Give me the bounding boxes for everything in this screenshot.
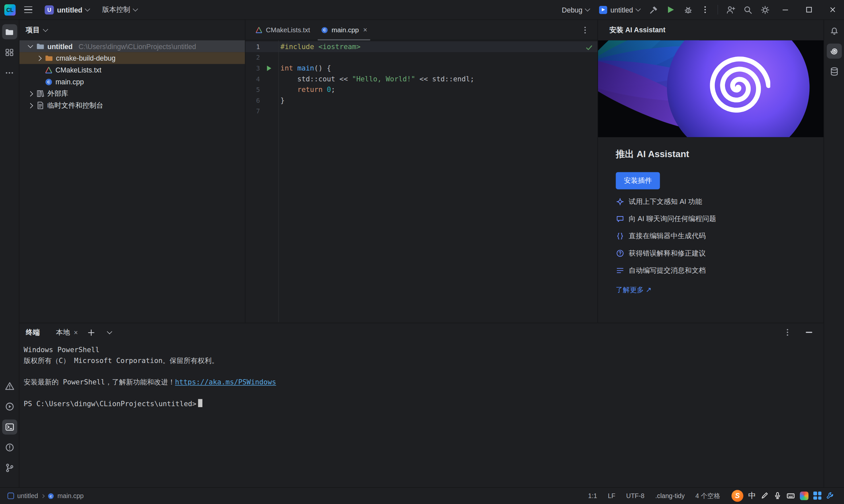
pen-icon[interactable] bbox=[761, 491, 769, 499]
run-gutter-icon[interactable] bbox=[267, 66, 271, 71]
tree-row-cmake-build-debug[interactable]: cmake-build-debug bbox=[19, 52, 245, 64]
scratch-file-icon bbox=[36, 101, 45, 110]
install-plugin-button[interactable]: 安装插件 bbox=[616, 172, 660, 189]
terminal-options-button[interactable] bbox=[779, 324, 795, 340]
run-mode-selector[interactable]: Debug bbox=[557, 4, 594, 16]
run-config-selector[interactable]: untitled bbox=[595, 4, 644, 16]
tree-row-external-libraries[interactable]: 外部库 bbox=[19, 88, 245, 100]
encoding[interactable]: UTF-8 bbox=[626, 492, 644, 500]
window-close-button[interactable] bbox=[821, 0, 844, 20]
powershell-link[interactable]: https://aka.ms/PSWindows bbox=[175, 378, 276, 386]
project-toolwindow-button[interactable] bbox=[2, 24, 17, 39]
more-toolwindows-button[interactable] bbox=[2, 65, 17, 80]
kebab-icon bbox=[783, 328, 792, 337]
tab-main-cpp[interactable]: C main.cpp × bbox=[315, 20, 373, 40]
run-toolwindow-button[interactable] bbox=[2, 399, 17, 414]
problems-icon bbox=[5, 443, 14, 452]
structure-toolwindow-button[interactable] bbox=[2, 45, 17, 60]
warning-triangle-icon bbox=[5, 381, 14, 391]
more-actions-button[interactable] bbox=[697, 2, 713, 18]
tree-row-main-cpp[interactable]: C main.cpp bbox=[19, 76, 245, 88]
debug-button[interactable] bbox=[680, 2, 696, 18]
close-icon bbox=[828, 5, 837, 14]
run-config-label: untitled bbox=[610, 5, 633, 14]
git-toolwindow-button[interactable] bbox=[2, 460, 17, 475]
ai-heading: 推出 AI Assistant bbox=[616, 148, 811, 160]
tree-row-scratches[interactable]: 临时文件和控制台 bbox=[19, 100, 245, 111]
new-terminal-button[interactable] bbox=[83, 324, 99, 340]
build-toolwindow-button[interactable] bbox=[2, 378, 17, 394]
window-maximize-button[interactable] bbox=[798, 0, 821, 20]
indent-setting[interactable]: 4 个空格 bbox=[695, 491, 720, 501]
ime-toolbar: S 中 bbox=[731, 488, 834, 502]
project-panel-header[interactable]: 项目 bbox=[19, 20, 245, 40]
tab-cmakelists[interactable]: CMakeLists.txt bbox=[250, 20, 315, 40]
tree-row-cmakelists[interactable]: CMakeLists.txt bbox=[19, 64, 245, 76]
microphone-icon[interactable] bbox=[773, 491, 781, 499]
tree-row-path: C:\Users\dingw\CLionProjects\untitled bbox=[79, 42, 196, 50]
terminal-panel: 终端 本地 × Windows PowerShell 版权所有（C） Micro… bbox=[19, 323, 824, 487]
settings-button[interactable] bbox=[757, 2, 773, 18]
gear-icon bbox=[760, 5, 770, 15]
terminal-tab-local[interactable]: 本地 × bbox=[53, 327, 81, 337]
code-editor[interactable]: 1 #include <iostream> 2 3 int main() { 4… bbox=[245, 40, 597, 322]
sogou-logo-icon[interactable]: S bbox=[731, 490, 743, 502]
caret-position[interactable]: 1:1 bbox=[588, 492, 597, 500]
code-with-me-button[interactable] bbox=[722, 2, 739, 18]
code-token: int bbox=[280, 64, 297, 72]
code-token: } bbox=[280, 96, 285, 104]
code-token: return bbox=[297, 86, 327, 93]
editor-area: CMakeLists.txt C main.cpp × 1 #include <… bbox=[245, 20, 597, 323]
inspections-status[interactable] bbox=[585, 43, 593, 51]
tab-close-icon[interactable]: × bbox=[363, 26, 367, 34]
tree-row-root[interactable]: untitled C:\Users\dingw\CLionProjects\un… bbox=[19, 40, 245, 52]
terminal-line: 版权所有（C） Microsoft Corporation。保留所有权利。 bbox=[24, 356, 824, 366]
code-line: 5 return 0; bbox=[245, 84, 597, 95]
terminal-tabs-dropdown[interactable] bbox=[102, 324, 118, 340]
kebab-icon bbox=[581, 26, 589, 34]
project-widget-label: untitled bbox=[57, 5, 82, 14]
ime-mode-indicator[interactable]: 中 bbox=[748, 491, 756, 500]
editor-options-button[interactable] bbox=[577, 22, 593, 38]
braces-icon bbox=[616, 232, 624, 240]
terminal-cursor bbox=[198, 399, 203, 407]
run-button[interactable] bbox=[663, 2, 679, 18]
learn-more-link[interactable]: 了解更多 ↗ bbox=[616, 285, 652, 294]
add-user-icon bbox=[726, 5, 735, 15]
notifications-button[interactable] bbox=[827, 23, 842, 38]
terminal-title: 终端 bbox=[26, 327, 39, 337]
color-palette-icon[interactable] bbox=[800, 491, 808, 500]
line-ending[interactable]: LF bbox=[608, 492, 616, 500]
build-button[interactable] bbox=[645, 2, 662, 18]
terminal-output[interactable]: Windows PowerShell 版权所有（C） Microsoft Cor… bbox=[19, 342, 824, 410]
main-menu-button[interactable] bbox=[20, 2, 36, 18]
project-widget[interactable]: U untitled bbox=[40, 3, 93, 16]
chevron-right-icon bbox=[28, 103, 33, 108]
breadcrumb-project[interactable]: untitled bbox=[17, 492, 38, 500]
ai-feature-item: 向 AI 聊天询问任何编程问题 bbox=[616, 214, 811, 224]
terminal-toolwindow-button[interactable] bbox=[2, 419, 17, 434]
tab-close-icon[interactable]: × bbox=[74, 328, 78, 336]
ai-feature-item: 自动编写提交消息和文档 bbox=[616, 266, 811, 275]
terminal-header: 终端 本地 × bbox=[19, 323, 824, 342]
chevron-down-icon bbox=[585, 6, 590, 12]
more-horizontal-icon bbox=[5, 68, 14, 77]
ai-panel-title: 安装 AI Assistant bbox=[609, 25, 665, 35]
keyboard-icon[interactable] bbox=[786, 491, 795, 500]
hide-terminal-button[interactable] bbox=[801, 324, 817, 340]
clang-tidy[interactable]: .clang-tidy bbox=[655, 492, 685, 500]
library-icon bbox=[36, 89, 45, 98]
search-everywhere-button[interactable] bbox=[740, 2, 756, 18]
vcs-widget[interactable]: 版本控制 bbox=[98, 3, 141, 16]
ai-assistant-toolwindow-button[interactable] bbox=[827, 43, 842, 59]
wrench-icon[interactable] bbox=[826, 491, 834, 499]
problems-toolwindow-button[interactable] bbox=[2, 440, 17, 455]
svg-text:C: C bbox=[48, 80, 50, 84]
clion-logo-icon: CL bbox=[4, 4, 16, 15]
project-panel-title: 项目 bbox=[26, 25, 39, 35]
chevron-down-icon bbox=[28, 43, 33, 48]
toolbox-grid-icon[interactable] bbox=[813, 491, 821, 499]
window-minimize-button[interactable] bbox=[774, 0, 797, 20]
database-toolwindow-button[interactable] bbox=[827, 64, 842, 79]
breadcrumb-file[interactable]: main.cpp bbox=[57, 492, 84, 500]
